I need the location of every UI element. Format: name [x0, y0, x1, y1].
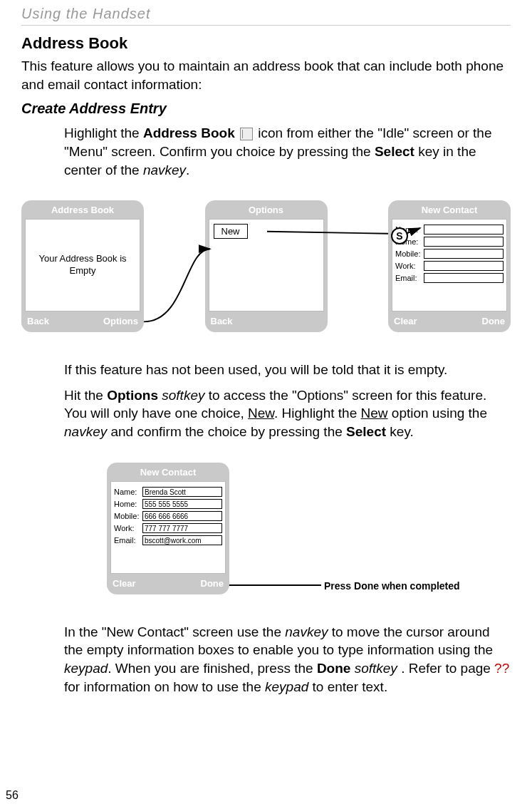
address-book-icon — [240, 128, 253, 140]
softkey-back[interactable]: Back — [211, 316, 233, 326]
screens-row-1: Address Book Your Address Book is Empty … — [21, 200, 511, 332]
instruction-para-4: In the "New Contact" screen use the navk… — [21, 623, 511, 696]
softkey-clear[interactable]: Clear — [394, 316, 417, 326]
field-home[interactable]: 555 555 5555 — [142, 499, 222, 509]
page-number: 56 — [6, 789, 19, 802]
screen-title: New Contact — [388, 200, 511, 219]
instruction-para-2: If this feature has not been used, you w… — [21, 361, 511, 379]
field-name[interactable] — [424, 225, 504, 235]
screen-title: Options — [205, 200, 328, 219]
label-work: Work: — [395, 262, 424, 270]
label-name: Name: — [114, 488, 142, 496]
softkey-options[interactable]: Options — [103, 316, 138, 326]
field-email[interactable] — [424, 273, 504, 283]
screen-title: New Contact — [107, 463, 229, 481]
softkey-back[interactable]: Back — [27, 316, 49, 326]
field-work[interactable] — [424, 261, 504, 271]
field-name[interactable]: Brenda Scott — [142, 487, 222, 497]
screen-address-book: Address Book Your Address Book is Empty … — [21, 200, 144, 332]
softkey-done[interactable]: Done — [482, 316, 506, 326]
field-work[interactable]: 777 777 7777 — [142, 523, 222, 533]
screen-new-contact-blank: New Contact Name: Home: Mobile: Work: Em… — [388, 200, 511, 332]
section-title: Address Book — [21, 34, 511, 53]
screen-body: Name: Home: Mobile: Work: Email: — [392, 219, 507, 311]
field-mobile[interactable] — [424, 249, 504, 259]
callout-line — [229, 584, 321, 586]
subsection-title: Create Address Entry — [21, 101, 511, 117]
label-mobile: Mobile: — [114, 512, 142, 520]
screen-body: New — [209, 219, 324, 311]
label-email: Email: — [114, 536, 142, 545]
label-mobile: Mobile: — [395, 249, 424, 258]
option-new[interactable]: New — [214, 224, 248, 239]
instruction-para-3: Hit the Options softkey to access the "O… — [21, 386, 511, 441]
label-home: Home: — [114, 500, 142, 508]
softkey-clear[interactable]: Clear — [113, 578, 136, 589]
label-email: Email: — [395, 274, 424, 282]
screen-title: Address Book — [21, 200, 144, 219]
field-home[interactable] — [424, 237, 504, 247]
page-header: Using the Handset — [21, 0, 511, 26]
callout-text: Press Done when completed — [324, 580, 460, 592]
instruction-para-1: Highlight the Address Book icon from eit… — [21, 124, 511, 179]
label-work: Work: — [114, 524, 142, 532]
screens-row-2: New Contact Name:Brenda Scott Home:555 5… — [21, 463, 511, 594]
field-email[interactable]: bscott@work.com — [142, 535, 222, 545]
field-mobile[interactable]: 666 666 6666 — [142, 511, 222, 521]
screen-options: Options New Back — [205, 200, 328, 332]
screen-body: Name:Brenda Scott Home:555 555 5555 Mobi… — [110, 481, 226, 574]
softkey-done[interactable]: Done — [201, 578, 224, 589]
screen-new-contact-filled: New Contact Name:Brenda Scott Home:555 5… — [107, 463, 229, 594]
screen-body: Your Address Book is Empty — [25, 219, 140, 311]
intro-text: This feature allows you to maintain an a… — [21, 57, 511, 93]
